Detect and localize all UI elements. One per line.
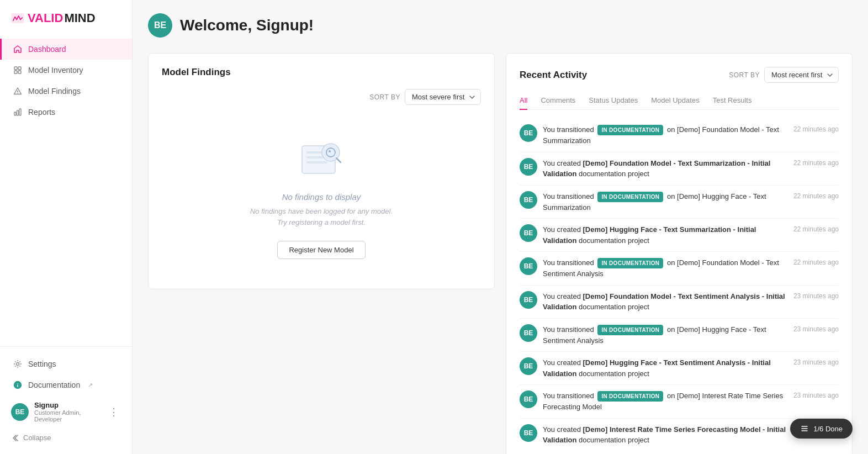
activity-text: You created [Demo] Hugging Face - Text S… xyxy=(543,357,788,379)
external-link-icon: ↗ xyxy=(88,382,93,389)
svg-rect-16 xyxy=(306,161,327,163)
sidebar-item-reports[interactable]: Reports xyxy=(0,102,132,123)
tab-comments[interactable]: Comments xyxy=(541,92,575,110)
svg-rect-9 xyxy=(19,109,21,115)
activity-text: You transitioned IN DOCUMENTATION on [De… xyxy=(543,390,788,413)
welcome-header: BE Welcome, Signup! xyxy=(148,13,853,38)
avatar: BE xyxy=(520,224,537,242)
list-item: BE You created [Demo] Foundation Model -… xyxy=(520,286,839,319)
findings-empty-title: No findings to display xyxy=(282,192,361,202)
model-findings-title: Model Findings xyxy=(162,67,481,78)
recent-activity-title: Recent Activity xyxy=(520,70,587,81)
avatar: BE xyxy=(520,291,537,309)
activity-time: 23 minutes ago xyxy=(793,357,839,366)
sidebar: VALIDMIND Dashboard Model Invent xyxy=(0,0,133,454)
activity-time: 23 minutes ago xyxy=(793,291,839,300)
svg-text:i: i xyxy=(17,383,19,388)
activity-text: You transitioned IN DOCUMENTATION on [De… xyxy=(543,191,788,213)
collapse-label: Collapse xyxy=(23,434,51,442)
logo-valid: VALID xyxy=(28,11,63,25)
svg-point-6 xyxy=(17,93,18,93)
user-role: Customer Admin, Developer xyxy=(34,409,101,423)
list-icon xyxy=(800,424,809,433)
svg-rect-4 xyxy=(18,71,21,73)
home-icon xyxy=(13,44,23,54)
activity-sort-select[interactable]: Most recent first Oldest first xyxy=(764,67,839,83)
activity-text: You created [Demo] Foundation Model - Te… xyxy=(543,291,788,313)
avatar: BE xyxy=(520,257,537,275)
avatar: BE xyxy=(520,124,537,142)
avatar: BE xyxy=(520,158,537,176)
activity-sort-label: SORT BY xyxy=(729,71,760,79)
sidebar-item-settings-label: Settings xyxy=(28,360,56,368)
findings-empty-state: No findings to display No findings have … xyxy=(162,118,481,276)
findings-empty-desc: No findings have been logged for any mod… xyxy=(250,206,393,228)
activity-time: 22 minutes ago xyxy=(793,124,839,133)
tab-model-updates[interactable]: Model Updates xyxy=(651,92,699,110)
findings-sort-select[interactable]: Most severe first Most recent first Olde… xyxy=(405,89,481,105)
gear-icon xyxy=(13,359,23,369)
list-item: BE You transitioned IN DOCUMENTATION on … xyxy=(520,252,839,286)
user-name: Signup xyxy=(34,401,101,409)
progress-fab-label: 1/6 Done xyxy=(813,425,843,433)
activity-text: You created [Demo] Foundation Model - Te… xyxy=(543,158,788,180)
main-content: BE Welcome, Signup! Model Findings SORT … xyxy=(133,0,868,454)
svg-rect-7 xyxy=(14,112,16,115)
sidebar-item-dashboard[interactable]: Dashboard xyxy=(0,39,132,60)
activity-time: 23 minutes ago xyxy=(793,390,839,399)
svg-rect-15 xyxy=(306,156,323,159)
nav-menu: Dashboard Model Inventory xyxy=(0,34,132,346)
sidebar-item-model-findings[interactable]: Model Findings xyxy=(0,81,132,102)
activity-time: 22 minutes ago xyxy=(793,257,839,266)
activity-time: 22 minutes ago xyxy=(793,158,839,167)
svg-point-20 xyxy=(329,150,331,152)
tab-all[interactable]: All xyxy=(520,92,527,110)
avatar: BE xyxy=(520,324,537,342)
avatar: BE xyxy=(520,191,537,209)
collapse-button[interactable]: Collapse xyxy=(0,428,132,447)
dashboard-grid: Model Findings SORT BY Most severe first… xyxy=(148,53,853,454)
logo: VALIDMIND xyxy=(0,0,132,34)
activity-text: You transitioned IN DOCUMENTATION on [De… xyxy=(543,324,788,346)
register-new-model-button[interactable]: Register New Model xyxy=(277,241,365,259)
info-icon: i xyxy=(13,380,23,390)
progress-fab[interactable]: 1/6 Done xyxy=(790,419,853,439)
sidebar-item-model-inventory-label: Model Inventory xyxy=(28,66,83,75)
sidebar-item-reports-label: Reports xyxy=(28,108,55,117)
sidebar-item-dashboard-label: Dashboard xyxy=(28,45,66,54)
avatar: BE xyxy=(520,390,537,408)
sidebar-item-documentation[interactable]: i Documentation ↗ xyxy=(0,374,132,395)
activity-time: 23 minutes ago xyxy=(793,324,839,333)
activity-text: You created [Demo] Hugging Face - Text S… xyxy=(543,224,788,246)
sidebar-bottom: Settings i Documentation ↗ BE Signup Cus… xyxy=(0,346,132,454)
recent-activity-card: Recent Activity SORT BY Most recent firs… xyxy=(506,53,853,454)
user-more-button[interactable]: ⋮ xyxy=(107,404,121,420)
findings-sort-label: SORT BY xyxy=(369,93,400,101)
avatar: BE xyxy=(11,403,29,421)
tab-test-results[interactable]: Test Results xyxy=(713,92,752,110)
findings-empty-icon xyxy=(297,135,346,181)
activity-time: 22 minutes ago xyxy=(793,191,839,200)
sidebar-item-model-inventory[interactable]: Model Inventory xyxy=(0,60,132,81)
list-item: BE You created [Demo] Foundation Model -… xyxy=(520,152,839,186)
tab-status-updates[interactable]: Status Updates xyxy=(589,92,638,110)
svg-rect-1 xyxy=(14,67,17,70)
activity-text: You created [Demo] Interest Rate Time Se… xyxy=(543,424,808,446)
list-item: BE You transitioned IN DOCUMENTATION on … xyxy=(520,186,839,219)
user-info: Signup Customer Admin, Developer xyxy=(34,401,101,423)
list-item: BE You transitioned IN DOCUMENTATION on … xyxy=(520,319,839,352)
user-profile: BE Signup Customer Admin, Developer ⋮ xyxy=(0,395,132,428)
list-item: BE You created [Demo] Hugging Face - Tex… xyxy=(520,219,839,252)
model-findings-card: Model Findings SORT BY Most severe first… xyxy=(148,53,495,289)
sidebar-item-settings[interactable]: Settings xyxy=(0,353,132,374)
activity-text: You transitioned IN DOCUMENTATION on [De… xyxy=(543,257,788,279)
findings-sort-bar: SORT BY Most severe first Most recent fi… xyxy=(162,89,481,105)
svg-point-10 xyxy=(17,363,19,366)
warning-icon xyxy=(13,86,23,96)
activity-list: BE You transitioned IN DOCUMENTATION on … xyxy=(520,119,839,451)
list-item: BE You created [Demo] Hugging Face - Tex… xyxy=(520,352,839,385)
svg-rect-3 xyxy=(14,71,17,73)
bar-chart-icon xyxy=(13,107,23,117)
welcome-avatar: BE xyxy=(148,13,172,38)
activity-sort-bar: SORT BY Most recent first Oldest first xyxy=(729,67,839,83)
